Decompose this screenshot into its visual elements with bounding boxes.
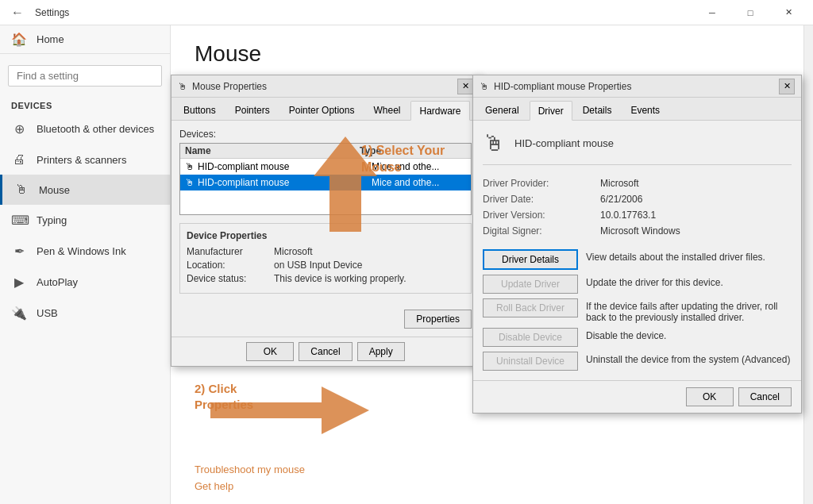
usb-icon: 🔌 — [11, 306, 27, 321]
keyboard-icon: ⌨ — [11, 213, 27, 228]
dp-status-value: This device is working properly. — [274, 273, 406, 284]
device-row-2[interactable]: 🖱 HID-compliant mouse Mice and othe... — [180, 175, 471, 190]
title-bar: ← Settings ─ □ ✕ — [0, 0, 813, 25]
mouse-dialog-title: 🖱 Mouse Properties — [178, 81, 267, 92]
hid-ok-button[interactable]: OK — [686, 387, 734, 406]
hid-properties-dialog[interactable]: 🖱 HID-compliant mouse Properties ✕ Gener… — [472, 75, 802, 414]
mouse-apply-button[interactable]: Apply — [357, 342, 405, 361]
col-name: Name — [185, 145, 360, 156]
hid-cancel-button[interactable]: Cancel — [738, 387, 792, 406]
dp-manufacturer: Manufacturer Microsoft — [187, 246, 464, 257]
back-button[interactable]: ← — [6, 2, 29, 24]
page-title: Mouse — [195, 41, 780, 67]
sidebar-label-typing: Typing — [37, 214, 67, 226]
hid-tab-general[interactable]: General — [476, 101, 528, 120]
hid-version-value: 10.0.17763.1 — [600, 210, 792, 221]
properties-btn-area: Properties — [171, 310, 480, 337]
sidebar-item-mouse[interactable]: 🖱 Mouse — [0, 175, 170, 205]
hid-dialog-icon: 🖱 — [480, 81, 489, 92]
sidebar-label-usb: USB — [37, 307, 58, 319]
sidebar-label-bluetooth: Bluetooth & other devices — [37, 123, 154, 135]
autoplay-icon: ▶ — [11, 275, 27, 290]
maximize-button[interactable]: □ — [732, 0, 769, 25]
sidebar-item-bluetooth[interactable]: ⊕ Bluetooth & other devices — [0, 113, 170, 144]
printer-icon: 🖨 — [11, 152, 27, 167]
devices-list-box: Name Type 🖱 HID-compliant mouse Mice and… — [179, 143, 472, 215]
driver-details-desc: View details about the installed driver … — [586, 249, 792, 263]
hid-signer-label: Digital Signer: — [483, 225, 594, 237]
sidebar-item-autoplay[interactable]: ▶ AutoPlay — [0, 267, 170, 298]
sidebar-item-home[interactable]: 🏠 Home — [0, 25, 170, 54]
properties-button[interactable]: Properties — [404, 310, 472, 329]
sidebar-label-printers: Printers & scanners — [37, 154, 126, 166]
mouse-dialog-close[interactable]: ✕ — [457, 79, 473, 94]
mouse-cancel-button[interactable]: Cancel — [299, 342, 352, 361]
sidebar-section-devices: Devices — [0, 93, 170, 113]
dp-status: Device status: This device is working pr… — [187, 273, 464, 284]
hid-dialog-close[interactable]: ✕ — [779, 79, 795, 94]
bluetooth-icon: ⊕ — [11, 121, 27, 137]
device-row-1[interactable]: 🖱 HID-compliant mouse Mice and othe... — [180, 159, 471, 175]
hid-btn-row-details: Driver Details View details about the in… — [483, 249, 792, 270]
search-input[interactable] — [8, 65, 162, 87]
home-icon: 🏠 — [11, 32, 27, 47]
sidebar: 🏠 Home Devices ⊕ Bluetooth & other devic… — [0, 25, 171, 504]
sidebar-item-typing[interactable]: ⌨ Typing — [0, 205, 170, 236]
hid-dialog-body: 🖱 HID-compliant mouse Driver Provider: M… — [473, 121, 801, 380]
dp-manufacturer-label: Manufacturer — [187, 246, 274, 257]
mouse-dialog-title-label: Mouse Properties — [192, 81, 267, 92]
hid-device-header: 🖱 HID-compliant mouse — [483, 130, 792, 165]
hid-provider-value: Microsoft — [600, 178, 792, 189]
sidebar-item-printers[interactable]: 🖨 Printers & scanners — [0, 144, 170, 175]
tab-wheel[interactable]: Wheel — [364, 101, 409, 120]
mouse-properties-dialog[interactable]: 🖱 Mouse Properties ✕ Buttons Pointers Po… — [171, 75, 480, 367]
tab-hardware[interactable]: Hardware — [410, 101, 469, 121]
tab-buttons[interactable]: Buttons — [175, 101, 225, 120]
mouse-ok-button[interactable]: OK — [246, 342, 294, 361]
hid-tab-events[interactable]: Events — [622, 101, 669, 120]
hid-dialog-footer: OK Cancel — [473, 380, 801, 413]
device-type-2: Mice and othe... — [372, 177, 439, 188]
dp-status-label: Device status: — [187, 273, 274, 284]
tab-pointer-options[interactable]: Pointer Options — [280, 101, 364, 120]
hid-tab-driver[interactable]: Driver — [530, 101, 572, 121]
rollback-driver-button[interactable]: Roll Back Driver — [483, 298, 578, 317]
hid-provider-label: Driver Provider: — [483, 178, 594, 189]
hid-action-buttons: Driver Details View details about the in… — [483, 249, 792, 371]
update-driver-button[interactable]: Update Driver — [483, 275, 578, 294]
sidebar-item-usb[interactable]: 🔌 USB — [0, 298, 170, 329]
close-button[interactable]: ✕ — [770, 0, 807, 25]
pen-icon: ✒ — [11, 244, 27, 259]
hid-btn-row-update: Update Driver Update the driver for this… — [483, 275, 792, 294]
device-type-1: Mice and othe... — [372, 161, 439, 172]
dp-location: Location: on USB Input Device — [187, 260, 464, 271]
uninstall-device-button[interactable]: Uninstall Device — [483, 352, 578, 371]
minimize-button[interactable]: ─ — [694, 0, 730, 25]
hid-dialog-title: 🖱 HID-compliant mouse Properties — [480, 81, 631, 92]
col-type: Type — [360, 145, 381, 156]
hid-device-name: HID-compliant mouse — [514, 137, 614, 149]
disable-device-button[interactable]: Disable Device — [483, 328, 578, 347]
help-link[interactable]: Get help — [195, 480, 780, 492]
sidebar-item-pen[interactable]: ✒ Pen & Windows Ink — [0, 236, 170, 267]
hid-tab-details[interactable]: Details — [574, 101, 621, 120]
sidebar-label-mouse: Mouse — [39, 184, 70, 196]
scrollbar[interactable] — [803, 25, 813, 504]
devices-label: Devices: — [179, 129, 472, 140]
device-name-2: HID-compliant mouse — [198, 177, 368, 188]
uninstall-device-desc: Uninstall the device from the system (Ad… — [586, 352, 792, 365]
device-icon-2: 🖱 — [185, 177, 195, 188]
mouse-dialog-footer: OK Cancel Apply — [171, 337, 480, 366]
settings-window: ← Settings ─ □ ✕ 🏠 Home Devices ⊕ Blueto… — [0, 0, 813, 504]
troubleshoot-link[interactable]: Troubleshoot my mouse — [195, 464, 780, 475]
dp-location-label: Location: — [187, 260, 274, 271]
mouse-dialog-icon: 🖱 — [178, 81, 187, 92]
driver-details-button[interactable]: Driver Details — [483, 249, 578, 270]
update-driver-desc: Update the driver for this device. — [586, 275, 792, 288]
mouse-dialog-tabs: Buttons Pointers Pointer Options Wheel H… — [171, 98, 480, 121]
window-title: Settings — [35, 7, 69, 18]
device-properties-title: Device Properties — [187, 230, 464, 241]
dp-location-value: on USB Input Device — [274, 260, 362, 271]
sidebar-label-pen: Pen & Windows Ink — [37, 245, 126, 257]
tab-pointers[interactable]: Pointers — [226, 101, 279, 120]
